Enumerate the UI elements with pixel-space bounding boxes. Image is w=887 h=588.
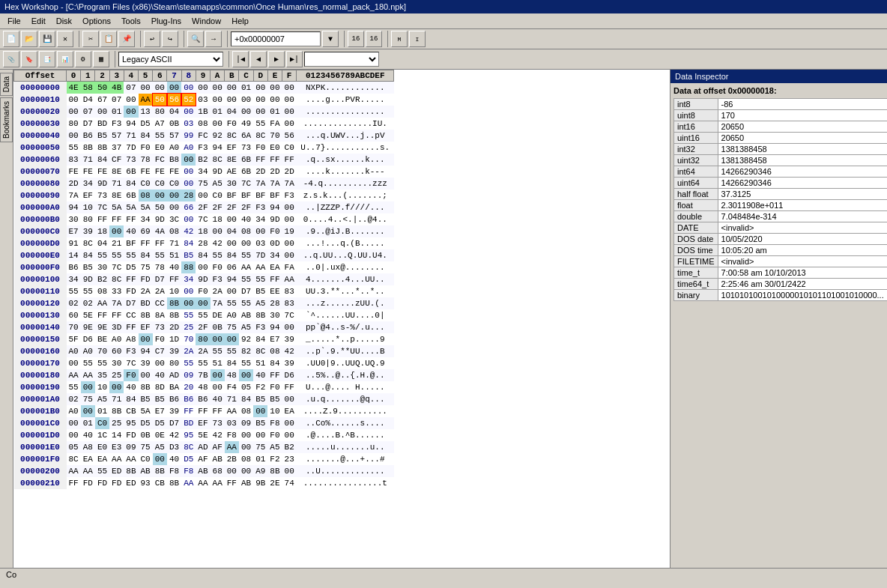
hex-cell[interactable]: AA	[139, 94, 153, 106]
hex-cell[interactable]: 73	[153, 321, 167, 333]
hex-cell[interactable]: 13	[139, 106, 153, 118]
hex-cell[interactable]: A7	[153, 118, 167, 130]
new-button[interactable]: 📄	[3, 31, 19, 47]
hex-cell[interactable]: 55	[67, 142, 81, 154]
hex-cell[interactable]: AF	[211, 441, 225, 453]
hex-cell[interactable]: 10	[95, 381, 109, 393]
hex-cell[interactable]: 78	[139, 154, 153, 166]
hex-cell[interactable]: B6	[81, 130, 95, 142]
hex-cell[interactable]: FF	[196, 405, 210, 417]
hex-cell[interactable]: C0	[139, 453, 153, 465]
hex-cell[interactable]: FF	[211, 405, 225, 417]
tb-btn-a[interactable]: 16	[348, 31, 364, 47]
offset-input[interactable]	[231, 31, 321, 46]
table-row[interactable]: 00000140709E9E3DFFEF732D252F0B75A5F39400…	[14, 321, 394, 333]
hex-cell[interactable]: 55	[81, 285, 95, 297]
hex-cell[interactable]: B5	[253, 417, 267, 429]
hex-cell[interactable]: 55	[225, 297, 239, 309]
hex-cell[interactable]: 7C	[282, 309, 297, 321]
hex-cell[interactable]: 40	[81, 429, 95, 441]
hex-cell[interactable]: 00	[153, 357, 167, 369]
hex-cell[interactable]: 92	[239, 333, 253, 345]
hex-cell[interactable]: FF	[67, 477, 81, 489]
hex-cell[interactable]: 39	[167, 405, 181, 417]
hex-cell[interactable]: 92	[211, 130, 225, 142]
hex-cell[interactable]: 02	[67, 393, 81, 405]
hex-cell[interactable]: 7C	[124, 357, 138, 369]
hex-cell[interactable]: 55	[211, 345, 225, 357]
hex-cell[interactable]: 00	[181, 154, 196, 166]
hex-cell[interactable]: 00	[67, 357, 81, 369]
tb-btn-b[interactable]: 16	[366, 31, 382, 47]
hex-cell[interactable]: 7C	[239, 178, 253, 190]
hex-cell[interactable]: 0B	[139, 429, 153, 441]
hex-cell[interactable]: F3	[282, 190, 297, 201]
hex-cell[interactable]: 0B	[211, 321, 225, 333]
hex-cell[interactable]: AF	[196, 453, 210, 465]
calc-btn[interactable]: ▦	[93, 51, 109, 67]
hex-cell[interactable]: 2F	[196, 321, 210, 333]
hex-cell[interactable]: 71	[109, 178, 124, 190]
hex-cell[interactable]: 8B	[109, 405, 124, 417]
hex-cell[interactable]: C0	[211, 190, 225, 201]
hex-cell[interactable]: 00	[253, 225, 267, 237]
hex-cell[interactable]: FF	[153, 237, 167, 249]
hex-cell[interactable]: 07	[81, 106, 95, 118]
hex-cell[interactable]: 08	[267, 345, 282, 357]
hex-cell[interactable]: 20	[181, 381, 196, 393]
hex-cell[interactable]: 00	[225, 465, 239, 477]
hex-cell[interactable]: 00	[282, 249, 297, 261]
hex-cell[interactable]: 01	[81, 417, 95, 429]
hex-cell[interactable]: 2D	[67, 178, 81, 190]
hex-cell[interactable]: 8B	[95, 142, 109, 154]
data-tab[interactable]: Data	[0, 73, 13, 96]
hex-cell[interactable]: A5	[253, 297, 267, 309]
hex-cell[interactable]: D5	[153, 417, 167, 429]
hex-cell[interactable]: 28	[267, 297, 282, 309]
hex-cell[interactable]: 00	[282, 201, 297, 213]
hex-cell[interactable]: FF	[225, 477, 239, 489]
hex-cell[interactable]: EF	[139, 321, 153, 333]
hex-cell[interactable]: 95	[124, 417, 138, 429]
hex-cell[interactable]: AA	[109, 453, 124, 465]
hex-cell[interactable]: 80	[196, 333, 210, 345]
hex-cell[interactable]: A5	[239, 321, 253, 333]
hex-cell[interactable]: B2	[196, 154, 210, 166]
hex-cell[interactable]: 2D	[267, 166, 282, 178]
hex-cell[interactable]: 00	[211, 118, 225, 130]
hex-cell[interactable]: 00	[67, 106, 81, 118]
hex-cell[interactable]: A9	[253, 465, 267, 477]
hex-cell[interactable]: 84	[139, 130, 153, 142]
hex-cell[interactable]: CB	[124, 405, 138, 417]
hex-cell[interactable]: 94	[267, 321, 282, 333]
hex-cell[interactable]: 04	[225, 106, 239, 118]
table-row[interactable]: 000001200202AA7AD7BDCC8B00007A5555A52883…	[14, 297, 394, 309]
hex-cell[interactable]: BF	[124, 237, 138, 249]
hex-cell[interactable]: 02	[81, 297, 95, 309]
hex-cell[interactable]: 84	[81, 249, 95, 261]
cut-button[interactable]: ✂	[82, 31, 99, 47]
hex-cell[interactable]: 6B	[239, 166, 253, 178]
hex-cell[interactable]: B6	[196, 393, 210, 405]
hex-cell[interactable]: 80	[81, 213, 95, 225]
hex-cell[interactable]: 00	[225, 333, 239, 345]
hex-cell[interactable]: 8B	[167, 297, 181, 309]
hex-cell[interactable]: 7A	[211, 297, 225, 309]
hex-cell[interactable]: 75	[139, 261, 153, 273]
hex-cell[interactable]: 50	[95, 82, 109, 94]
hex-cell[interactable]: 3D	[109, 321, 124, 333]
hex-cell[interactable]: E0	[267, 142, 282, 154]
hex-cell[interactable]: 94	[211, 142, 225, 154]
hex-cell[interactable]: FD	[109, 477, 124, 489]
hex-cell[interactable]: A8	[81, 441, 95, 453]
hex-cell[interactable]: 7A	[267, 178, 282, 190]
hex-cell[interactable]: 30	[225, 178, 239, 190]
hex-cell[interactable]: 84	[267, 357, 282, 369]
hex-cell[interactable]: BA	[167, 381, 181, 393]
hex-cell[interactable]: FF	[109, 309, 124, 321]
hex-cell[interactable]: D7	[167, 417, 181, 429]
hex-cell[interactable]: 48	[225, 369, 239, 381]
hex-cell[interactable]: F0	[267, 429, 282, 441]
hex-cell[interactable]: 02	[67, 297, 81, 309]
hex-cell[interactable]: 01	[253, 453, 267, 465]
